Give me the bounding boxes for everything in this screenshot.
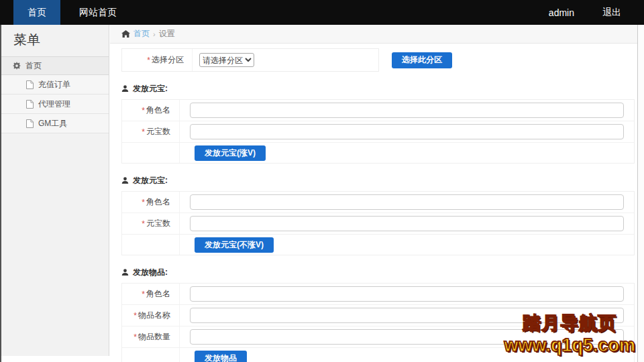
person-icon bbox=[121, 177, 129, 184]
rolename-input[interactable] bbox=[190, 103, 624, 118]
give-items-form: * 角色名 * 物品名称 bbox=[121, 283, 635, 362]
person-icon bbox=[121, 269, 129, 276]
form-row-rolename: * 角色名 bbox=[122, 284, 634, 305]
logout-button[interactable]: 退出 bbox=[602, 0, 621, 25]
document-icon bbox=[26, 119, 34, 128]
breadcrumb-home-link[interactable]: 首页 bbox=[133, 28, 150, 40]
section-header-give-yuanbao-1: 发放元宝: bbox=[121, 83, 637, 95]
yuanbao-count-input[interactable] bbox=[190, 216, 624, 231]
required-marker: * bbox=[142, 219, 145, 229]
sidebar-group-label: 首页 bbox=[25, 60, 42, 72]
scrollbar-track[interactable] bbox=[637, 25, 644, 362]
person-icon bbox=[121, 85, 129, 93]
section-title: 发放物品: bbox=[133, 267, 168, 278]
form-row-submit: 发放元宝(不涨V) bbox=[122, 235, 634, 255]
item-name-input[interactable] bbox=[190, 308, 624, 323]
window-left-edge bbox=[0, 25, 1, 362]
partition-select[interactable]: 请选择分区 bbox=[199, 53, 254, 67]
field-label-text: 角色名 bbox=[146, 196, 170, 208]
sidebar-item-recharge-orders[interactable]: 充值订单 bbox=[1, 75, 109, 95]
field-label: * 元宝数 bbox=[122, 121, 180, 142]
form-row-yuanbao-count: * 元宝数 bbox=[122, 213, 634, 235]
sidebar-title: 菜单 bbox=[1, 25, 109, 56]
empty-label-cell bbox=[122, 143, 180, 163]
breadcrumb-separator: › bbox=[153, 30, 156, 38]
form-row-yuanbao-count: * 元宝数 bbox=[122, 121, 634, 143]
nav-tab-home[interactable]: 首页 bbox=[13, 0, 60, 25]
sidebar-item-label: 充值订单 bbox=[38, 79, 70, 90]
field-label: * 元宝数 bbox=[122, 213, 180, 234]
section-title: 发放元宝: bbox=[133, 83, 168, 95]
required-marker: * bbox=[147, 56, 150, 65]
field-label-text: 元宝数 bbox=[146, 126, 170, 137]
sidebar-group-home[interactable]: 首页 bbox=[1, 56, 109, 75]
section-header-give-yuanbao-2: 发放元宝: bbox=[121, 175, 637, 186]
sidebar-item-label: 代理管理 bbox=[38, 99, 70, 110]
required-marker: * bbox=[133, 333, 137, 342]
sidebar-item-agent-management[interactable]: 代理管理 bbox=[1, 95, 109, 114]
field-label: * 物品名称 bbox=[122, 305, 180, 326]
field-label: * 角色名 bbox=[122, 284, 180, 304]
partition-row: * 选择分区 请选择分区 选择此分区 bbox=[121, 48, 637, 72]
give-yuanbao-2-form: * 角色名 * 元宝数 bbox=[121, 191, 635, 255]
main-area: 首页 › 设置 * 选择分区 请选择分区 选择此分区 bbox=[110, 25, 637, 362]
breadcrumb-current: 设置 bbox=[159, 28, 175, 40]
form-row-submit: 发放元宝(涨V) bbox=[122, 143, 634, 163]
form-row-item-name: * 物品名称 bbox=[122, 305, 634, 326]
give-yuanbao-1-form: * 角色名 * 元宝数 bbox=[121, 99, 635, 164]
required-marker: * bbox=[142, 106, 145, 115]
sidebar-item-gm-tools[interactable]: GM工具 bbox=[1, 114, 109, 133]
field-label-text: 角色名 bbox=[146, 105, 170, 116]
home-icon bbox=[121, 30, 130, 38]
username-label[interactable]: admin bbox=[549, 0, 574, 25]
field-label: * 角色名 bbox=[122, 100, 180, 121]
admin-panel: 首页 网站首页 admin 退出 菜单 首页 充值订单 代理管理 bbox=[0, 0, 644, 362]
nav-tab-site-home[interactable]: 网站首页 bbox=[60, 0, 136, 25]
required-marker: * bbox=[142, 127, 145, 137]
partition-label: * 选择分区 bbox=[122, 49, 193, 71]
field-label-text: 物品名称 bbox=[138, 310, 170, 321]
field-label: * 物品数量 bbox=[122, 326, 180, 347]
sidebar-item-label: GM工具 bbox=[38, 118, 67, 129]
field-label-text: 物品数量 bbox=[138, 331, 170, 343]
required-marker: * bbox=[142, 290, 145, 299]
yuanbao-count-input[interactable] bbox=[190, 124, 624, 139]
top-navbar: 首页 网站首页 admin 退出 bbox=[0, 0, 644, 25]
document-icon bbox=[26, 80, 34, 89]
section-title: 发放元宝: bbox=[133, 175, 168, 186]
give-items-button[interactable]: 发放物品 bbox=[195, 351, 247, 362]
form-row-rolename: * 角色名 bbox=[122, 192, 634, 213]
breadcrumb: 首页 › 设置 bbox=[110, 25, 637, 44]
empty-label-cell bbox=[122, 348, 180, 362]
empty-label-cell bbox=[122, 235, 180, 255]
gear-icon bbox=[13, 62, 21, 70]
give-yuanbao-vip-button[interactable]: 发放元宝(涨V) bbox=[195, 145, 266, 161]
required-marker: * bbox=[133, 311, 137, 320]
give-yuanbao-novip-button[interactable]: 发放元宝(不涨V) bbox=[195, 237, 274, 253]
content: * 选择分区 请选择分区 选择此分区 发放元宝: bbox=[110, 44, 637, 362]
field-label: * 角色名 bbox=[122, 192, 180, 213]
rolename-input[interactable] bbox=[190, 286, 624, 302]
partition-box: * 选择分区 请选择分区 bbox=[121, 48, 379, 72]
section-header-give-items: 发放物品: bbox=[121, 267, 637, 278]
form-row-rolename: * 角色名 bbox=[122, 100, 634, 121]
item-quantity-input[interactable] bbox=[190, 329, 624, 345]
partition-label-text: 选择分区 bbox=[152, 54, 184, 66]
navbar-spacer bbox=[136, 0, 549, 25]
document-icon bbox=[26, 100, 34, 109]
form-row-submit: 发放物品 bbox=[122, 348, 634, 362]
rolename-input[interactable] bbox=[190, 194, 624, 210]
required-marker: * bbox=[142, 198, 145, 207]
field-label-text: 元宝数 bbox=[146, 218, 170, 229]
sidebar: 菜单 首页 充值订单 代理管理 GM工具 bbox=[1, 25, 109, 356]
form-row-item-quantity: * 物品数量 bbox=[122, 326, 634, 348]
field-label-text: 角色名 bbox=[146, 288, 170, 300]
select-partition-button[interactable]: 选择此分区 bbox=[392, 52, 452, 68]
